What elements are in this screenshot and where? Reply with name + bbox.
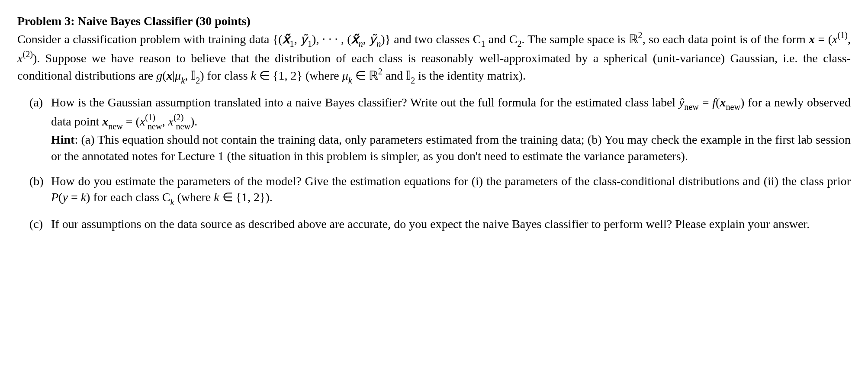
part-a: (a) How is the Gaussian assumption trans… (17, 94, 851, 164)
yhat-math: ŷnew = f(xnew) (679, 96, 744, 109)
class-c2-math: C2 (509, 32, 522, 46)
sample-space-math: ℝ2 (629, 32, 643, 46)
xnew-math: xnew = (x(1)new, x(2)new) (102, 115, 194, 128)
intro-text: and (485, 32, 509, 46)
part-a-label: (a) (29, 94, 51, 164)
intro-text: and two classes (391, 32, 473, 46)
muk-r2-math: μk ∈ ℝ2 (342, 69, 383, 82)
part-a-text: . (194, 115, 197, 128)
intro-text: . The sample space is (521, 32, 628, 46)
training-data-math: {(x̃1, ỹ1), · · · , (x̃n, ỹn)} (273, 32, 391, 46)
hint-text: : (a) This equation should not contain t… (51, 133, 851, 163)
intro-text: , so each data point is of the form (643, 32, 809, 46)
class-c1-math: C1 (473, 32, 485, 46)
part-b: (b) How do you estimate the parameters o… (17, 173, 851, 208)
problem-title: Problem 3: Naive Bayes Classifier (30 po… (17, 13, 851, 29)
i2-math: 𝕀2 (406, 69, 415, 82)
k-set-math: k ∈ {1, 2} (251, 69, 302, 82)
ck-math: Ck (162, 190, 174, 204)
part-c-content: If our assumptions on the data source as… (51, 216, 851, 232)
intro-text: for class (204, 69, 251, 82)
part-b-text: ). (266, 190, 273, 204)
hint-label: Hint (51, 133, 74, 146)
part-b-content: How do you estimate the parameters of th… (51, 173, 851, 208)
title-prefix: Problem 3: (17, 14, 74, 28)
intro-text: is the identity matrix). (415, 69, 526, 82)
part-b-text: How do you estimate the parameters of th… (51, 174, 851, 188)
part-a-content: How is the Gaussian assumption translate… (51, 94, 851, 164)
part-a-text: How is the Gaussian assumption translate… (51, 96, 679, 109)
intro-text: Consider a classification problem with t… (17, 32, 273, 46)
k-set-b-math: k ∈ {1, 2} (214, 190, 265, 204)
intro-paragraph: Consider a classification problem with t… (17, 30, 851, 86)
part-c: (c) If our assumptions on the data sourc… (17, 216, 851, 232)
intro-text: (where (302, 69, 342, 82)
prior-math: P(y = k) (51, 190, 90, 204)
title-name: Naive Bayes Classifier (77, 14, 192, 28)
title-points: (30 points) (196, 14, 251, 28)
intro-text: and (383, 69, 406, 82)
part-b-text: (where (174, 190, 214, 204)
part-c-label: (c) (29, 216, 51, 232)
g-form-math: g(x|μk, 𝕀2) (156, 69, 204, 82)
part-c-text: If our assumptions on the data source as… (51, 217, 810, 231)
part-b-label: (b) (29, 173, 51, 208)
part-b-text: for each class (90, 190, 162, 204)
